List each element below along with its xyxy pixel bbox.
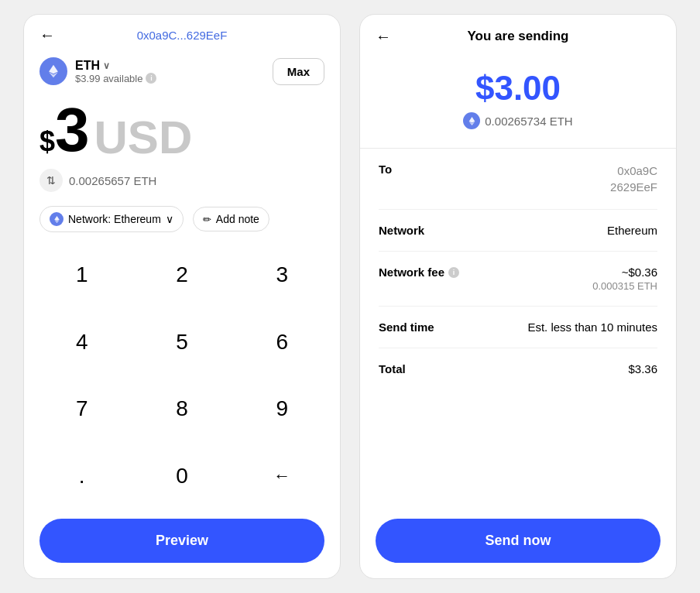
token-chevron-icon: ∨ <box>103 60 110 71</box>
numpad-key-0[interactable]: 0 <box>132 443 232 510</box>
token-info: ETH ∨ $3.99 available i <box>75 59 156 84</box>
numpad-key-7[interactable]: 7 <box>32 375 132 443</box>
transaction-details: To 0x0a9C 2629EeF Network Ethereum Netwo… <box>360 149 676 512</box>
network-chevron-icon: ∨ <box>166 213 173 225</box>
fee-label-container: Network fee i <box>379 266 459 279</box>
token-balance: $3.99 available i <box>75 73 156 84</box>
wallet-address-left[interactable]: 0x0a9C...629EeF <box>137 29 228 42</box>
network-detail-value: Ethereum <box>607 224 657 237</box>
max-button[interactable]: Max <box>273 58 324 85</box>
left-header: ← 0x0a9C...629EeF <box>24 15 340 51</box>
numpad-key-3[interactable]: 3 <box>232 242 332 309</box>
right-panel: ← You are sending $3.00 0.00265734 ETH T… <box>359 14 677 579</box>
network-eth-icon <box>50 212 63 226</box>
numpad-backspace[interactable]: ← <box>232 443 332 510</box>
token-selector[interactable]: ETH ∨ $3.99 available i <box>39 57 156 85</box>
eth-equivalent-row: ⇅ 0.00265657 ETH <box>24 164 340 200</box>
add-note-button[interactable]: ✏ Add note <box>193 207 269 231</box>
numpad-key-1[interactable]: 1 <box>32 242 132 309</box>
sending-usd-amount: $3.00 <box>475 69 561 108</box>
to-label: To <box>379 163 392 176</box>
note-label: Add note <box>216 213 259 225</box>
to-address-line1: 0x0a9C <box>610 163 657 179</box>
swap-currency-button[interactable]: ⇅ <box>39 169 63 192</box>
eth-amount-text: 0.00265657 ETH <box>69 174 156 187</box>
dollar-sign: $ <box>39 125 55 158</box>
sending-eth-icon <box>463 112 480 129</box>
balance-info-icon[interactable]: i <box>146 73 156 84</box>
options-row: Network: Ethereum ∨ ✏ Add note <box>24 200 340 238</box>
numpad-key-dot[interactable]: . <box>32 443 132 510</box>
network-selector[interactable]: Network: Ethereum ∨ <box>39 206 184 232</box>
back-button-left[interactable]: ← <box>39 26 55 44</box>
fee-info-icon[interactable]: i <box>448 267 459 278</box>
total-value: $3.36 <box>628 362 657 375</box>
numpad-key-6[interactable]: 6 <box>232 309 332 376</box>
amount-display: $ 3 USD <box>24 91 340 164</box>
total-label: Total <box>379 362 406 375</box>
numpad-key-5[interactable]: 5 <box>132 309 232 376</box>
currency-label: USD <box>94 115 193 161</box>
sending-eth-amount: 0.00265734 ETH <box>485 115 572 128</box>
right-title: You are sending <box>468 29 569 44</box>
numpad: 1 2 3 4 5 6 7 8 9 . 0 ← <box>24 238 340 512</box>
send-time-row: Send time Est. less than 10 minutes <box>379 307 657 348</box>
amount-value: 3 <box>55 99 90 161</box>
network-row: Network Ethereum <box>379 210 657 252</box>
fee-usd-value: ~$0.36 <box>592 266 657 279</box>
to-address-line2: 2629EeF <box>610 179 657 195</box>
send-time-value: Est. less than 10 minutes <box>527 320 657 334</box>
numpad-key-4[interactable]: 4 <box>32 309 132 376</box>
token-name: ETH ∨ <box>75 59 156 73</box>
back-button-right[interactable]: ← <box>376 28 391 46</box>
fee-label: Network fee <box>379 266 444 279</box>
numpad-key-2[interactable]: 2 <box>132 242 232 309</box>
eth-token-icon <box>39 57 67 85</box>
numpad-key-9[interactable]: 9 <box>232 375 332 443</box>
sending-eth-row: 0.00265734 ETH <box>463 112 572 129</box>
fee-row: Network fee i ~$0.36 0.000315 ETH <box>379 252 657 307</box>
numpad-key-8[interactable]: 8 <box>132 375 232 443</box>
to-row: To 0x0a9C 2629EeF <box>379 149 657 210</box>
network-label: Network: Ethereum <box>68 213 161 225</box>
send-time-label: Send time <box>379 320 434 334</box>
send-now-button[interactable]: Send now <box>376 519 661 563</box>
total-row: Total $3.36 <box>379 348 657 389</box>
left-panel: ← 0x0a9C...629EeF ETH ∨ $3. <box>23 14 341 579</box>
fee-eth-value: 0.000315 ETH <box>592 280 657 292</box>
token-row: ETH ∨ $3.99 available i Max <box>24 51 340 91</box>
sending-amount-section: $3.00 0.00265734 ETH <box>360 53 676 149</box>
network-detail-label: Network <box>379 224 424 237</box>
pencil-icon: ✏ <box>203 214 211 225</box>
right-header: ← You are sending <box>360 15 676 53</box>
preview-button[interactable]: Preview <box>39 519 324 563</box>
